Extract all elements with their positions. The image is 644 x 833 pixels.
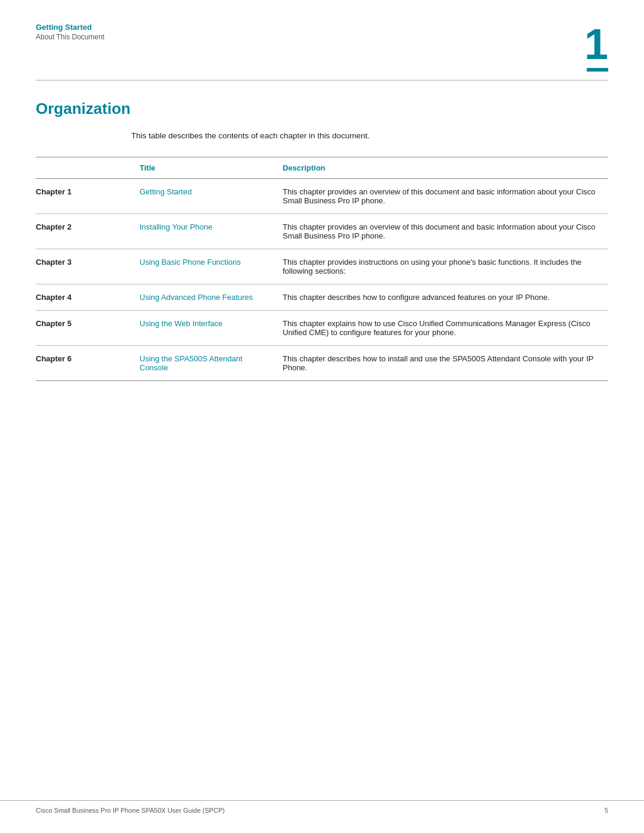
page: Getting Started About This Document 1 Or…: [0, 0, 644, 833]
section-title: Organization: [36, 100, 608, 118]
description-cell: This chapter describes how to configure …: [274, 284, 608, 311]
chapter-number-bar: [587, 68, 608, 72]
title-cell[interactable]: Using the Web Interface: [131, 311, 274, 346]
description-cell: This chapter describes how to install an…: [274, 346, 608, 381]
chapter-cell: Chapter 6: [36, 346, 131, 381]
col-title-header: Title: [131, 157, 274, 179]
description-cell: This chapter provides an overview of thi…: [274, 179, 608, 214]
title-link[interactable]: Using Advanced Phone Features: [140, 293, 253, 302]
chapter-number-block: 1: [584, 23, 608, 72]
chapter-cell: Chapter 2: [36, 214, 131, 249]
main-content: Organization This table describes the co…: [0, 80, 644, 381]
table-row: Chapter 2Installing Your PhoneThis chapt…: [36, 214, 608, 249]
col-desc-header: Description: [274, 157, 608, 179]
table-row: Chapter 4Using Advanced Phone FeaturesTh…: [36, 284, 608, 311]
intro-text: This table describes the contents of eac…: [131, 131, 608, 140]
table-row: Chapter 1Getting StartedThis chapter pro…: [36, 179, 608, 214]
table-header-row: Title Description: [36, 157, 608, 179]
chapter-cell: Chapter 1: [36, 179, 131, 214]
table-row: Chapter 5Using the Web InterfaceThis cha…: [36, 311, 608, 346]
title-link[interactable]: Getting Started: [140, 187, 191, 196]
title-link[interactable]: Installing Your Phone: [140, 222, 212, 231]
description-cell: This chapter provides instructions on us…: [274, 249, 608, 284]
organization-table: Title Description Chapter 1Getting Start…: [36, 157, 608, 381]
table-row: Chapter 3Using Basic Phone FunctionsThis…: [36, 249, 608, 284]
header-text-block: Getting Started About This Document: [36, 23, 104, 41]
chapter-number: 1: [584, 23, 608, 66]
description-cell: This chapter explains how to use Cisco U…: [274, 311, 608, 346]
title-cell[interactable]: Using Advanced Phone Features: [131, 284, 274, 311]
table-row: Chapter 6Using the SPA500S Attendant Con…: [36, 346, 608, 381]
header-getting-started: Getting Started: [36, 23, 104, 32]
title-cell[interactable]: Using the SPA500S Attendant Console: [131, 346, 274, 381]
title-link[interactable]: Using Basic Phone Functions: [140, 258, 241, 267]
title-cell[interactable]: Installing Your Phone: [131, 214, 274, 249]
chapter-cell: Chapter 4: [36, 284, 131, 311]
footer-text: Cisco Small Business Pro IP Phone SPA50X…: [36, 807, 225, 814]
footer-page: 5: [605, 807, 608, 814]
title-link[interactable]: Using the SPA500S Attendant Console: [140, 354, 243, 372]
col-chapter-header: [36, 157, 131, 179]
title-cell[interactable]: Using Basic Phone Functions: [131, 249, 274, 284]
footer: Cisco Small Business Pro IP Phone SPA50X…: [0, 800, 644, 814]
header: Getting Started About This Document 1: [0, 0, 644, 72]
description-cell: This chapter provides an overview of thi…: [274, 214, 608, 249]
title-link[interactable]: Using the Web Interface: [140, 319, 222, 328]
chapter-cell: Chapter 3: [36, 249, 131, 284]
header-about: About This Document: [36, 33, 104, 41]
chapter-cell: Chapter 5: [36, 311, 131, 346]
title-cell[interactable]: Getting Started: [131, 179, 274, 214]
